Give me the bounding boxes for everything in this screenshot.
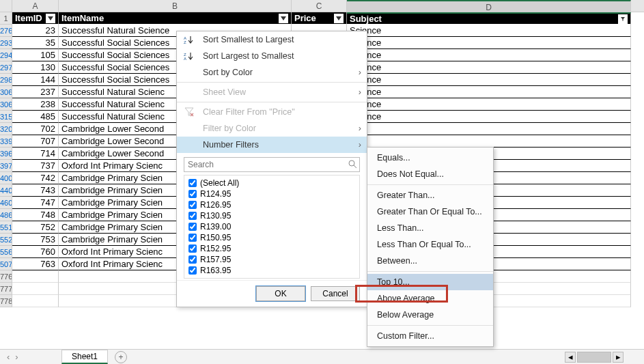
sort-ascending[interactable]: AZ Sort Smallest to Largest <box>177 31 367 48</box>
cell-item-id[interactable]: 130 <box>12 61 59 74</box>
filter-less-than[interactable]: Less Than... <box>367 220 493 236</box>
checkbox[interactable] <box>188 223 197 231</box>
cell-subject[interactable]: Science <box>347 37 631 49</box>
sheet-tab-sheet1[interactable]: Sheet1 <box>61 350 108 364</box>
cell-item-id[interactable]: 238 <box>12 98 59 111</box>
cell-item-id[interactable]: 144 <box>12 74 59 86</box>
row-number[interactable]: 460 <box>0 197 12 209</box>
col-header-d[interactable]: D <box>347 0 631 12</box>
cell-subject[interactable]: Science <box>347 74 631 86</box>
header-item-id[interactable]: ItemID <box>12 12 59 25</box>
filter-value-item[interactable]: R139.00 <box>186 221 357 232</box>
filter-between[interactable]: Between... <box>367 253 493 269</box>
filter-search-input[interactable] <box>184 157 360 172</box>
filter-dropdown-icon[interactable] <box>334 14 344 23</box>
checkbox[interactable] <box>188 255 197 264</box>
cell-subject[interactable] <box>347 123 631 135</box>
cell-item-id[interactable]: 747 <box>12 197 59 209</box>
row-number[interactable]: 297 <box>0 61 12 74</box>
filter-value-item[interactable]: R152.95 <box>186 243 357 254</box>
filter-value-item[interactable]: R163.95 <box>186 265 357 276</box>
row-number[interactable]: 440 <box>0 184 12 197</box>
row-number[interactable]: 552 <box>0 234 12 246</box>
row-number[interactable]: 776 <box>0 270 12 283</box>
ok-button[interactable]: OK <box>256 286 305 301</box>
sort-by-color[interactable]: Sort by Color › <box>177 64 367 81</box>
filter-select-all[interactable]: (Select All) <box>186 178 357 188</box>
cell-item-id[interactable]: 742 <box>12 172 59 184</box>
cell-item-id[interactable]: 105 <box>12 49 59 61</box>
cell-item-id[interactable]: 743 <box>12 184 59 197</box>
cell-item-id[interactable]: 752 <box>12 221 59 234</box>
add-sheet-button[interactable]: + <box>115 351 127 363</box>
filter-funnel-icon[interactable] <box>618 14 628 24</box>
filter-top-10[interactable]: Top 10... <box>367 274 493 290</box>
row-number[interactable]: 396 <box>0 148 12 160</box>
filter-equals[interactable]: Equals... <box>367 150 493 166</box>
header-item-name[interactable]: ItemName <box>59 12 292 25</box>
cell-subject[interactable]: Science <box>347 61 631 74</box>
cell-item-id[interactable]: 702 <box>12 123 59 135</box>
col-header-a[interactable]: A <box>12 0 59 12</box>
sort-descending[interactable]: ZA Sort Largest to Smallest <box>177 48 367 64</box>
checkbox[interactable] <box>188 244 197 253</box>
filter-value-item[interactable]: R130.95 <box>186 210 357 221</box>
row-number[interactable]: 306 <box>0 86 12 98</box>
filter-lte[interactable]: Less Than Or Equal To... <box>367 236 493 253</box>
cell-item-id[interactable]: 35 <box>12 37 59 49</box>
cell-item-id[interactable]: 753 <box>12 234 59 246</box>
row-number[interactable]: 320 <box>0 123 12 135</box>
row-number[interactable]: 556 <box>0 246 12 258</box>
cell-item-id[interactable]: 763 <box>12 258 59 270</box>
row-number[interactable]: 777 <box>0 283 12 295</box>
filter-values-list[interactable]: (Select All) R124.95R126.95R130.95R139.0… <box>184 175 360 279</box>
filter-value-item[interactable]: R124.95 <box>186 188 357 199</box>
horizontal-scrollbar[interactable]: ◂ ▸ <box>565 352 624 363</box>
checkbox[interactable] <box>188 234 197 242</box>
row-number[interactable]: 315 <box>0 111 12 123</box>
chevron-right-icon[interactable]: › <box>15 352 18 362</box>
cell-subject[interactable]: Science <box>347 25 631 37</box>
cell-subject[interactable]: Science <box>347 49 631 61</box>
filter-dropdown-icon[interactable] <box>279 14 288 23</box>
cell[interactable] <box>12 283 59 295</box>
chevron-left-icon[interactable]: ‹ <box>7 352 10 362</box>
col-header-c[interactable]: C <box>292 0 347 12</box>
cell-item-id[interactable]: 737 <box>12 160 59 172</box>
scroll-right-icon[interactable]: ▸ <box>613 352 624 363</box>
cell[interactable] <box>12 295 59 307</box>
row-number[interactable]: 298 <box>0 74 12 86</box>
col-header-b[interactable]: B <box>59 0 292 12</box>
header-price[interactable]: Price <box>292 12 347 25</box>
cell-subject[interactable] <box>347 135 631 148</box>
checkbox[interactable] <box>188 190 197 198</box>
row-number[interactable]: 306 <box>0 98 12 111</box>
filter-value-item[interactable]: R157.95 <box>186 254 357 265</box>
filter-not-equal[interactable]: Does Not Equal... <box>367 166 493 182</box>
cell-item-id[interactable]: 714 <box>12 148 59 160</box>
row-number[interactable]: 294 <box>0 49 12 61</box>
scroll-left-icon[interactable]: ◂ <box>565 352 576 363</box>
filter-below-average[interactable]: Below Average <box>367 307 493 323</box>
row-number[interactable]: 507 <box>0 258 12 270</box>
cell-item-id[interactable]: 485 <box>12 111 59 123</box>
cell-subject[interactable]: Science <box>347 86 631 98</box>
filter-value-item[interactable]: R150.95 <box>186 232 357 243</box>
cell-item-id[interactable]: 760 <box>12 246 59 258</box>
scroll-thumb[interactable] <box>577 352 611 363</box>
checkbox[interactable] <box>188 212 197 220</box>
filter-greater-than[interactable]: Greater Than... <box>367 187 493 204</box>
cell-subject[interactable]: Science <box>347 98 631 111</box>
cell[interactable] <box>12 270 59 283</box>
row-number[interactable]: 551 <box>0 221 12 234</box>
cell-subject[interactable]: Science <box>347 111 631 123</box>
cell-item-id[interactable]: 748 <box>12 209 59 221</box>
cell-item-id[interactable]: 23 <box>12 25 59 37</box>
row-number[interactable]: 293 <box>0 37 12 49</box>
row-number[interactable]: 339 <box>0 135 12 148</box>
checkbox[interactable] <box>188 179 197 187</box>
filter-custom[interactable]: Custom Filter... <box>367 328 493 344</box>
cell-item-id[interactable]: 237 <box>12 86 59 98</box>
row-number[interactable]: 486 <box>0 209 12 221</box>
checkbox[interactable] <box>188 266 197 275</box>
